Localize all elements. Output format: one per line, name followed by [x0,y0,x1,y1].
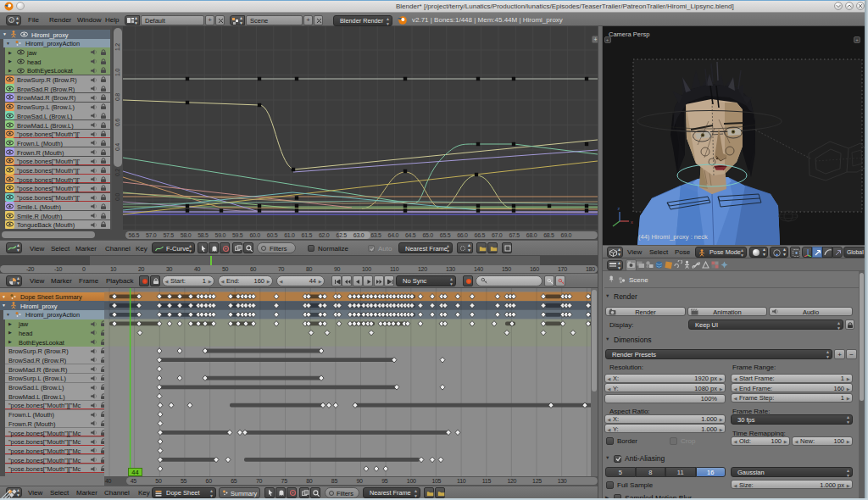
svg-text:z: z [618,206,620,211]
svg-text:x: x [631,219,633,225]
